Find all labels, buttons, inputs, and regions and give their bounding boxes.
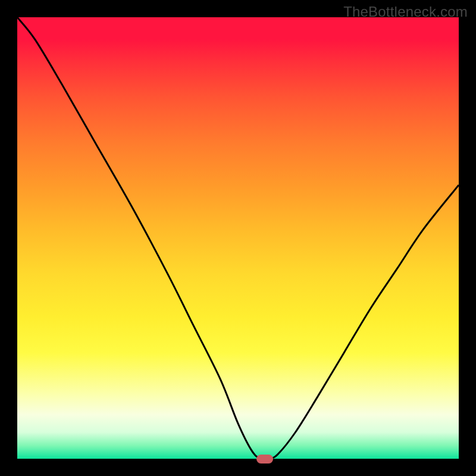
chart-frame: TheBottleneck.com (0, 0, 476, 476)
optimal-point-marker (256, 455, 273, 464)
bottleneck-curve (17, 17, 459, 459)
plot-area (17, 17, 459, 459)
watermark-text: TheBottleneck.com (343, 4, 468, 20)
